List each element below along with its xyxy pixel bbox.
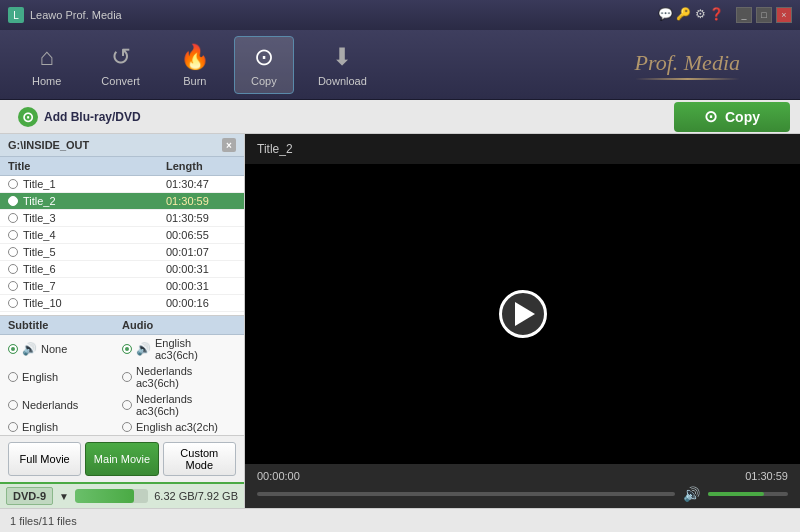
sub-audio-list: 🔊 None 🔊 English ac3(6ch) English Nederl… bbox=[0, 335, 244, 435]
title-radio[interactable] bbox=[8, 298, 18, 308]
audio-value: English ac3(2ch) bbox=[136, 421, 218, 433]
title-row[interactable]: Title_10 00:00:16 bbox=[0, 295, 244, 312]
title-duration: 00:00:31 bbox=[166, 280, 236, 292]
title-radio[interactable] bbox=[8, 247, 18, 257]
title-row[interactable]: Title_6 00:00:31 bbox=[0, 261, 244, 278]
title-duration: 00:06:55 bbox=[166, 229, 236, 241]
title-name: Title_1 bbox=[23, 178, 166, 190]
sub-audio-row: English Nederlands ac3(6ch) bbox=[0, 363, 244, 391]
sub-audio-section: Subtitle Audio 🔊 None 🔊 English ac3(6ch)… bbox=[0, 315, 244, 435]
toolbar-download[interactable]: ⬇ Download bbox=[302, 37, 383, 93]
burn-icon: 🔥 bbox=[180, 43, 210, 71]
toolbar-icons: 💬 🔑 ⚙ ❓ bbox=[658, 7, 724, 23]
toolbar-copy[interactable]: ⊙ Copy bbox=[234, 36, 294, 94]
custom-mode-button[interactable]: Custom Mode bbox=[163, 442, 236, 476]
title-name: Title_5 bbox=[23, 246, 166, 258]
title-bar: L Leawo Prof. Media 💬 🔑 ⚙ ❓ _ □ × bbox=[0, 0, 800, 30]
dvd-arrow-icon: ▼ bbox=[59, 491, 69, 502]
title-radio[interactable] bbox=[8, 264, 18, 274]
title-duration: 00:00:16 bbox=[166, 297, 236, 309]
audio-col: Nederlands ac3(6ch) bbox=[122, 365, 236, 389]
drive-close-button[interactable]: × bbox=[222, 138, 236, 152]
copy-action-button[interactable]: ⊙ Copy bbox=[674, 102, 790, 132]
title-radio[interactable] bbox=[8, 179, 18, 189]
copy-action-icon: ⊙ bbox=[704, 107, 717, 126]
title-row[interactable]: Title_1 01:30:47 bbox=[0, 176, 244, 193]
toolbar-burn[interactable]: 🔥 Burn bbox=[164, 37, 226, 93]
title-radio[interactable] bbox=[8, 196, 18, 206]
toolbar-home[interactable]: ⌂ Home bbox=[16, 37, 77, 93]
minimize-button[interactable]: _ bbox=[736, 7, 752, 23]
seek-track[interactable] bbox=[257, 492, 675, 496]
app-title: Leawo Prof. Media bbox=[30, 9, 122, 21]
subtitle-radio[interactable] bbox=[8, 372, 18, 382]
titles-header: Title Length bbox=[0, 157, 244, 176]
time-end: 01:30:59 bbox=[745, 470, 788, 482]
volume-track[interactable] bbox=[708, 492, 788, 496]
subtitle-radio[interactable] bbox=[8, 344, 18, 354]
close-button[interactable]: × bbox=[776, 7, 792, 23]
play-button[interactable] bbox=[499, 290, 547, 338]
volume-icon: 🔊 bbox=[683, 486, 700, 502]
window-controls: 💬 🔑 ⚙ ❓ _ □ × bbox=[658, 7, 792, 23]
subtitle-radio[interactable] bbox=[8, 400, 18, 410]
title-row[interactable]: Title_7 00:00:31 bbox=[0, 278, 244, 295]
dvd-badge: DVD-9 bbox=[6, 487, 53, 505]
title-name: Title_6 bbox=[23, 263, 166, 275]
titles-list: Title_1 01:30:47 Title_2 01:30:59 Title_… bbox=[0, 176, 244, 315]
title-duration: 01:30:59 bbox=[166, 195, 236, 207]
drive-name: G:\INSIDE_OUT bbox=[8, 139, 89, 151]
sub-audio-row: 🔊 None 🔊 English ac3(6ch) bbox=[0, 335, 244, 363]
download-icon: ⬇ bbox=[332, 43, 352, 71]
title-row[interactable]: Title_4 00:06:55 bbox=[0, 227, 244, 244]
title-name: Title_4 bbox=[23, 229, 166, 241]
right-panel: Title_2 00:00:00 01:30:59 🔊 bbox=[245, 134, 800, 508]
time-row: 00:00:00 01:30:59 bbox=[257, 470, 788, 482]
full-movie-button[interactable]: Full Movie bbox=[8, 442, 81, 476]
title-name: Title_2 bbox=[23, 195, 166, 207]
toolbar-convert[interactable]: ↺ Convert bbox=[85, 37, 156, 93]
logo-underline bbox=[635, 78, 741, 80]
title-col-header: Title bbox=[8, 160, 166, 172]
title-row[interactable]: Title_3 01:30:59 bbox=[0, 210, 244, 227]
title-name: Title_3 bbox=[23, 212, 166, 224]
audio-radio[interactable] bbox=[122, 400, 132, 410]
home-icon: ⌂ bbox=[39, 43, 54, 71]
title-duration: 00:01:07 bbox=[166, 246, 236, 258]
speaker-icon: 🔊 bbox=[136, 342, 151, 356]
burn-label: Burn bbox=[183, 75, 206, 87]
time-start: 00:00:00 bbox=[257, 470, 300, 482]
title-name: Title_10 bbox=[23, 297, 166, 309]
volume-fill bbox=[708, 492, 764, 496]
video-title: Title_2 bbox=[245, 134, 800, 164]
title-bar-left: L Leawo Prof. Media bbox=[8, 7, 122, 23]
title-duration: 00:00:31 bbox=[166, 263, 236, 275]
subtitle-col: English bbox=[8, 371, 122, 383]
subtitle-col: Nederlands bbox=[8, 399, 122, 411]
main-toolbar: ⌂ Home ↺ Convert 🔥 Burn ⊙ Copy ⬇ Downloa… bbox=[0, 30, 800, 100]
add-bluray-dvd-button[interactable]: ⊙ Add Blu-ray/DVD bbox=[10, 103, 149, 131]
title-row[interactable]: Title_5 00:01:07 bbox=[0, 244, 244, 261]
audio-radio[interactable] bbox=[122, 372, 132, 382]
audio-col: Nederlands ac3(6ch) bbox=[122, 393, 236, 417]
home-label: Home bbox=[32, 75, 61, 87]
title-radio[interactable] bbox=[8, 281, 18, 291]
title-radio[interactable] bbox=[8, 230, 18, 240]
subtitle-col-header: Subtitle bbox=[8, 319, 122, 331]
convert-label: Convert bbox=[101, 75, 140, 87]
subtitle-value: Nederlands bbox=[22, 399, 78, 411]
title-row[interactable]: Title_2 01:30:59 bbox=[0, 193, 244, 210]
dvd-label: DVD-9 bbox=[13, 490, 46, 502]
audio-radio[interactable] bbox=[122, 422, 132, 432]
play-triangle-icon bbox=[515, 302, 535, 326]
download-label: Download bbox=[318, 75, 367, 87]
maximize-button[interactable]: □ bbox=[756, 7, 772, 23]
title-radio[interactable] bbox=[8, 213, 18, 223]
drive-header: G:\INSIDE_OUT × bbox=[0, 134, 244, 157]
sub-audio-row: Nederlands Nederlands ac3(6ch) bbox=[0, 391, 244, 419]
audio-radio[interactable] bbox=[122, 344, 132, 354]
main-movie-button[interactable]: Main Movie bbox=[85, 442, 158, 476]
main-content: G:\INSIDE_OUT × Title Length Title_1 01:… bbox=[0, 134, 800, 508]
copy-icon: ⊙ bbox=[254, 43, 274, 71]
subtitle-radio[interactable] bbox=[8, 422, 18, 432]
